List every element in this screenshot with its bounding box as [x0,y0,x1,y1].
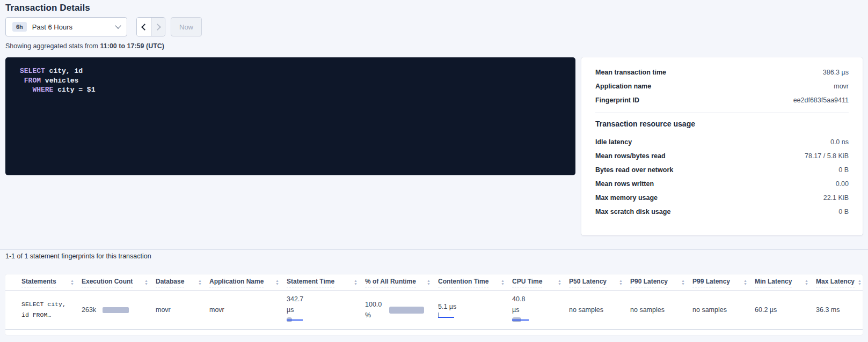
chevron-left-icon [141,24,148,31]
usage-row-value: 22.1 KiB [823,194,849,202]
sort-icon[interactable]: ▲▼ [805,279,808,285]
cell-min-latency: 60.2 µs [755,291,816,329]
summary-row-label: Application name [595,83,651,90]
now-button[interactable]: Now [171,17,202,36]
column-label: Application Name [209,278,264,287]
cell-application-name: movr [209,291,287,329]
usage-row-label: Max scratch disk usage [595,208,670,215]
summary-row-label: Fingerprint ID [595,96,639,104]
statement-time-bar [287,317,303,323]
cpu-time-bar [512,317,529,323]
transaction-summary-card: Mean transaction time386.3 µsApplication… [581,57,863,235]
usage-row: Mean rows/bytes read78.17 / 5.8 KiB [595,149,849,163]
column-header-contention-time[interactable]: Contention Time▲▼ [438,278,512,287]
cell-contention-time: 5.1 µs [438,291,512,329]
page-title: Transaction Details [5,3,90,13]
statement-link[interactable]: SELECT city, id FROM… [21,291,82,329]
column-label: P50 Latency [569,278,607,287]
cell-p50-latency: no samples [569,291,630,329]
column-header-execution-count[interactable]: Execution Count▲▼ [82,278,156,287]
resource-usage-title: Transaction resource usage [595,120,849,128]
time-step-buttons [136,17,165,36]
sql-statement-box: SELECT city, id FROM vehicles WHERE city… [5,57,575,175]
chevron-right-icon [154,24,161,31]
subtitle-time-range: 11:00 to 17:59 (UTC) [100,42,164,50]
column-label: % of All Runtime [365,278,416,287]
usage-row: Mean rows written0.00 [595,177,849,191]
statement-time-value: 342.7 [287,294,303,304]
resource-usage-rows: Idle latency0.0 nsMean rows/bytes read78… [595,135,849,219]
cell-execution-count: 263k [82,291,156,329]
time-range-label: Past 6 Hours [32,23,72,31]
column-header-max-latency[interactable]: Max Latency▲▼ [816,278,868,287]
sort-icon[interactable]: ▲▼ [858,279,862,285]
column-label: CPU Time [512,278,542,287]
usage-row-label: Mean rows/bytes read [595,152,666,160]
cell-max-latency: 36.3 ms [816,291,863,329]
cell-cpu-time: 40.8 µs [512,291,569,329]
usage-row-label: Bytes read over network [595,166,673,174]
sort-icon[interactable]: ▲▼ [619,279,623,285]
column-header-cpu-time[interactable]: CPU Time▲▼ [512,278,569,287]
column-label: P90 Latency [630,278,668,287]
statement-count-text: 1-1 of 1 statement fingerprints for this… [5,252,151,260]
statements-table: Statements▲▼Execution Count▲▼Database▲▼A… [5,274,863,335]
next-time-button[interactable] [151,18,165,36]
cell-pct-runtime: 100.0 % [365,291,438,329]
sort-icon[interactable]: ▲▼ [70,279,74,285]
column-header-p99-latency[interactable]: P99 Latency▲▼ [692,278,755,287]
column-header-database[interactable]: Database▲▼ [156,278,209,287]
usage-row-value: 0 B [838,166,849,174]
statement-time-unit: µs [287,304,294,315]
aggregated-stats-subtitle: Showing aggregated stats from 11:00 to 1… [5,42,164,50]
pct-runtime-unit: % [365,310,382,321]
summary-row-value: ee2df683f5aa9411 [793,96,849,104]
usage-row: Bytes read over network0 B [595,163,849,177]
sort-icon[interactable]: ▲▼ [198,279,202,285]
sort-icon[interactable]: ▲▼ [354,279,358,285]
summary-row: Fingerprint IDee2df683f5aa9411 [595,93,849,107]
contention-time-bar [438,313,454,318]
sort-icon[interactable]: ▲▼ [144,279,148,285]
summary-row-label: Mean transaction time [595,69,666,76]
execution-count-bar [103,307,129,313]
column-label: Statement Time [287,278,334,287]
cell-statement-time: 342.7 µs [287,291,365,329]
column-header-p50-latency[interactable]: P50 Latency▲▼ [569,278,630,287]
time-range-dropdown[interactable]: 6h Past 6 Hours [5,17,127,36]
sort-icon[interactable]: ▲▼ [681,279,685,285]
summary-row-value: movr [834,83,849,90]
column-label: Execution Count [82,278,133,287]
column-label: Min Latency [755,278,792,287]
summary-row: Mean transaction time386.3 µs [595,65,849,79]
column-header-of-all-runtime[interactable]: % of All Runtime▲▼ [365,278,438,287]
section-divider [0,249,868,250]
table-row: SELECT city, id FROM… 263k movr movr 342… [5,291,863,330]
usage-row-value: 78.17 / 5.8 KiB [805,152,849,160]
column-header-statements[interactable]: Statements▲▼ [21,278,82,287]
column-label: Contention Time [438,278,488,287]
sort-icon[interactable]: ▲▼ [501,279,505,285]
statement-text-line2: id FROM… [21,310,51,321]
column-header-statement-time[interactable]: Statement Time▲▼ [287,278,365,287]
column-label: Max Latency [816,278,855,287]
pct-runtime-value: 100.0 [365,299,382,310]
usage-row: Max scratch disk usage0 B [595,205,849,219]
contention-time-value: 5.1 µs [438,302,456,311]
time-range-badge: 6h [12,22,27,32]
sort-icon[interactable]: ▲▼ [558,279,561,285]
sort-icon[interactable]: ▲▼ [275,279,279,285]
cell-p90-latency: no samples [630,291,692,329]
column-label: P99 Latency [692,278,730,287]
sql-query-text: SELECT city, id FROM vehicles WHERE city… [5,57,575,95]
cpu-time-value: 40.8 [512,294,525,304]
column-label: Statements [21,278,56,287]
sort-icon[interactable]: ▲▼ [743,279,747,285]
sort-icon[interactable]: ▲▼ [427,279,431,285]
column-header-p90-latency[interactable]: P90 Latency▲▼ [630,278,692,287]
column-header-min-latency[interactable]: Min Latency▲▼ [755,278,816,287]
prev-time-button[interactable] [137,18,151,36]
column-header-application-name[interactable]: Application Name▲▼ [209,278,287,287]
summary-row: Application namemovr [595,79,849,93]
summary-rows: Mean transaction time386.3 µsApplication… [595,65,849,107]
